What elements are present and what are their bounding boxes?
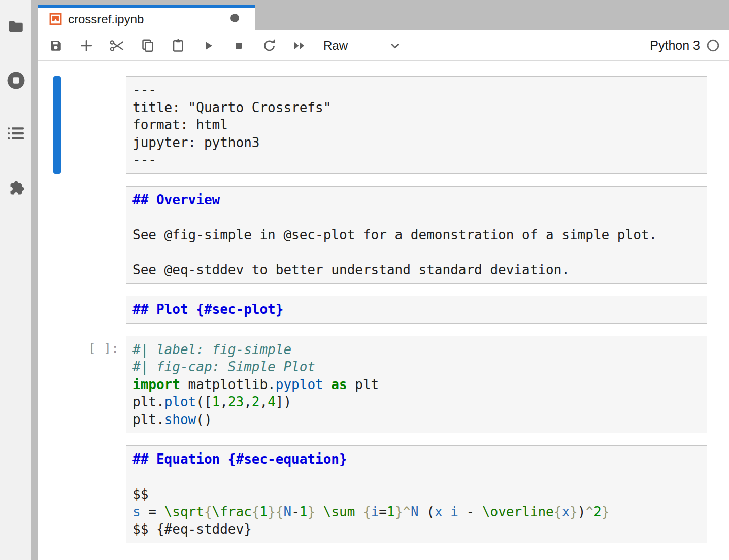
restart-run-all-button[interactable] [293,39,306,52]
code-line: #| label: fig-simple [132,341,701,359]
raw-cell: ---title: "Quarto Crossrefs"format: html… [38,76,729,174]
plus-icon [80,39,93,52]
left-activity-bar [0,0,31,560]
cell-editor[interactable]: ## Plot {#sec-plot} [126,296,707,324]
list-icon [8,127,24,141]
insert-cell-button[interactable] [80,39,93,52]
code-line: See @fig-simple in @sec-plot for a demon… [132,226,701,244]
cell-editor[interactable]: ## Overview See @fig-simple in @sec-plot… [126,186,707,284]
main-area: crossref.ipynb [38,0,729,560]
stop-circle-icon [7,71,25,90]
paste-icon [171,39,185,52]
code-line: plt.plot([1,23,2,4]) [132,393,701,411]
dock-panel-gap [31,0,38,560]
notebook-icon [49,12,62,26]
code-line [132,208,701,226]
sidebar-item-file-browser[interactable] [0,15,31,38]
kernel-indicator[interactable]: Python 3 [650,38,729,53]
save-button[interactable] [49,39,62,52]
scissors-icon [109,39,124,52]
code-line: --- [132,151,701,169]
execution-count-prompt: [ ]: [88,341,119,356]
code-line: #| fig-cap: Simple Plot [132,358,701,376]
code-line [132,243,701,261]
cell-gutter [38,445,126,543]
cell-gutter [38,186,126,284]
fast-forward-icon [292,40,307,52]
notebook-panel: ---title: "Quarto Crossrefs"format: html… [38,61,729,543]
interrupt-kernel-button[interactable] [232,39,245,52]
code-line: s = \sqrt{\frac{1}{N-1} \sum_{i=1}^N (x_… [132,503,701,521]
code-line: plt.show() [132,411,701,429]
copy-cells-button[interactable] [141,39,154,52]
code-line: format: html [132,116,701,134]
folder-icon [8,20,23,33]
puzzle-icon [7,179,25,197]
cell-editor[interactable]: #| label: fig-simple#| fig-cap: Simple P… [126,336,707,434]
markdown-cell: ## Overview See @fig-simple in @sec-plot… [38,186,729,284]
chevron-down-icon [388,39,402,52]
tab-title: crossref.ipynb [68,12,144,26]
active-cell-collapser[interactable] [53,76,61,174]
copy-icon [141,39,154,52]
restart-kernel-button[interactable] [262,39,276,52]
code-line: jupyter: python3 [132,134,701,152]
kernel-name: Python 3 [650,38,700,53]
sidebar-item-extension-manager[interactable] [0,176,31,199]
code-line: See @eq-stddev to better understand stan… [132,261,701,279]
cell-editor[interactable]: ---title: "Quarto Crossrefs"format: html… [126,76,707,174]
paste-cells-button[interactable] [171,39,184,52]
sidebar-item-running-sessions[interactable] [0,68,31,92]
cell-gutter [38,76,126,174]
cell-editor[interactable]: ## Equation {#sec-equation} $$s = \sqrt{… [126,445,707,543]
run-cell-button[interactable] [202,39,215,52]
code-line [132,468,701,486]
sidebar-item-table-of-contents[interactable] [0,122,31,145]
code-line: $$ [132,485,701,503]
play-icon [202,40,214,52]
code-line: --- [132,81,701,99]
cell-type-dropdown[interactable]: Raw [323,39,402,53]
code-line: ## Equation {#sec-equation} [132,450,701,468]
cell-type-value: Raw [323,39,348,53]
kernel-status-icon [707,39,719,52]
code-line: import matplotlib.pyplot as plt [132,376,701,394]
cell-gutter: [ ]: [38,336,126,434]
code-line: title: "Quarto Crossrefs" [132,99,701,117]
stop-icon [233,40,245,52]
refresh-icon [262,39,276,52]
cell-list: ---title: "Quarto Crossrefs"format: html… [38,76,729,543]
markdown-cell: ## Equation {#sec-equation} $$s = \sqrt{… [38,445,729,543]
save-icon [49,39,62,52]
unsaved-changes-indicator[interactable] [230,14,239,22]
code-line: ## Plot {#sec-plot} [132,301,701,319]
tab-bar: crossref.ipynb [38,0,729,30]
code-cell: [ ]:#| label: fig-simple#| fig-cap: Simp… [38,336,729,434]
notebook-toolbar: Raw Python 3 [38,30,729,61]
code-line: $$ {#eq-stddev} [132,520,701,538]
tab-crossref-ipynb[interactable]: crossref.ipynb [38,5,255,30]
cut-cells-button[interactable] [110,39,123,52]
code-line: ## Overview [132,191,701,209]
cell-gutter [38,296,126,324]
markdown-cell: ## Plot {#sec-plot} [38,296,729,324]
